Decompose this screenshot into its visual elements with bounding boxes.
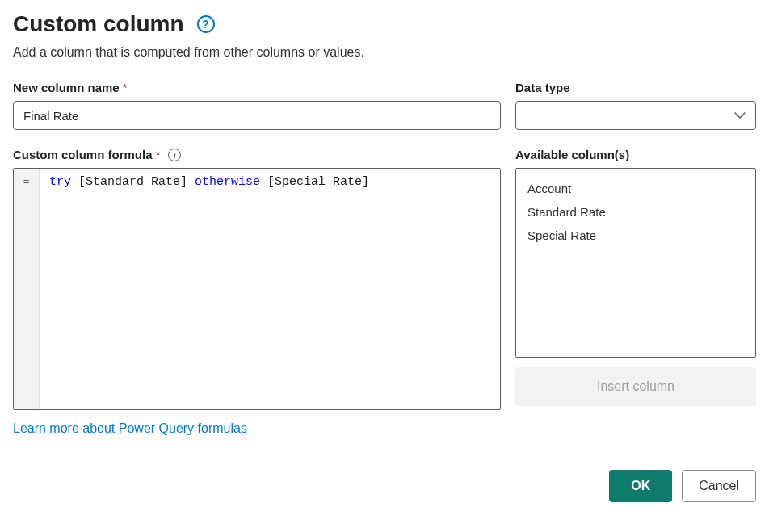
data-type-dropdown[interactable] <box>515 101 756 130</box>
list-item[interactable]: Standard Rate <box>527 200 744 224</box>
formula-gutter: = <box>14 169 40 409</box>
cancel-button[interactable]: Cancel <box>682 470 756 502</box>
formula-content[interactable]: try [Standard Rate] otherwise [Special R… <box>40 169 500 409</box>
required-indicator: * <box>123 81 128 94</box>
available-columns-list[interactable]: AccountStandard RateSpecial Rate <box>515 168 756 358</box>
learn-more-link[interactable]: Learn more about Power Query formulas <box>13 421 501 436</box>
insert-column-button[interactable]: Insert column <box>515 367 756 406</box>
info-icon[interactable]: i <box>168 149 181 161</box>
dialog-title: Custom column <box>13 11 184 37</box>
chevron-down-icon <box>734 110 746 121</box>
new-column-name-input[interactable] <box>13 101 501 130</box>
dialog-subtitle: Add a column that is computed from other… <box>13 45 756 60</box>
help-icon[interactable]: ? <box>197 15 215 33</box>
list-item[interactable]: Account <box>527 177 744 200</box>
available-columns-label: Available column(s) <box>515 148 756 161</box>
ok-button[interactable]: OK <box>609 470 672 502</box>
formula-editor[interactable]: = try [Standard Rate] otherwise [Special… <box>13 168 501 410</box>
new-column-name-label: New column name * <box>13 81 501 94</box>
list-item[interactable]: Special Rate <box>527 224 744 247</box>
custom-column-formula-label: Custom column formula * i <box>13 148 501 161</box>
required-indicator: * <box>156 148 161 161</box>
data-type-label: Data type <box>515 81 756 94</box>
